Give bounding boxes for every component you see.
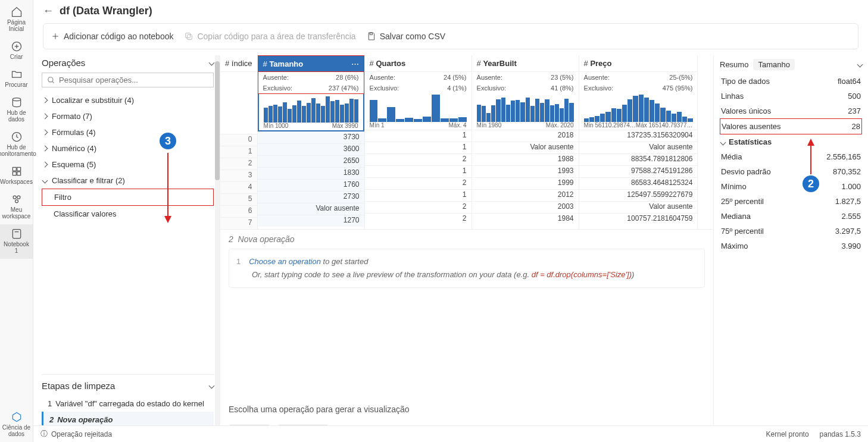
more-icon[interactable]: ⋯: [351, 59, 359, 68]
step-item[interactable]: 1Variável "df" carregada do estado do ke…: [42, 396, 214, 412]
cell[interactable]: 2018: [472, 130, 579, 142]
cell[interactable]: Valor ausente: [258, 203, 364, 215]
stats-heading[interactable]: Estatísticas: [720, 134, 862, 149]
cell[interactable]: 3730: [258, 131, 364, 143]
nav-folder[interactable]: Procurar: [0, 65, 33, 93]
nav-db[interactable]: Hub de dados: [0, 93, 33, 127]
cell[interactable]: 97588.2745191286: [579, 165, 698, 177]
nav-home[interactable]: Página Inicial: [0, 2, 33, 37]
cell[interactable]: Valor ausente: [579, 142, 698, 153]
op-group-open[interactable]: Classificar e filtrar (2): [42, 173, 214, 189]
cell[interactable]: 1: [220, 146, 257, 158]
search-input[interactable]: [59, 76, 208, 84]
cell[interactable]: 1270: [258, 215, 364, 227]
cell[interactable]: 1: [365, 142, 472, 153]
steps-heading[interactable]: Etapas de limpeza: [42, 378, 214, 396]
op-group[interactable]: Fórmulas (4): [42, 124, 214, 140]
cell[interactable]: 0: [220, 134, 257, 146]
chevron-right-icon: [42, 98, 48, 104]
chevron-down-icon: [209, 383, 215, 389]
save-csv-label: Salvar como CSV: [380, 32, 445, 41]
cell[interactable]: 2003: [472, 201, 579, 213]
nav-monitor[interactable]: Hub de monitoramento: [0, 127, 33, 162]
back-icon[interactable]: ←: [43, 5, 54, 17]
summary-row: Linhas500: [720, 89, 862, 104]
cell[interactable]: 1984: [472, 213, 579, 225]
cell[interactable]: 1988: [472, 153, 579, 165]
nav-myws[interactable]: Meu workspace: [0, 190, 33, 224]
copy-code-label: Copiar código para a área de transferênc…: [197, 32, 355, 41]
nav-ws[interactable]: Workspaces: [0, 162, 33, 190]
svg-rect-6: [17, 167, 20, 171]
code-editor[interactable]: 1Choose an operation to get started Or, …: [229, 249, 705, 288]
cell[interactable]: 1993: [472, 165, 579, 177]
cell[interactable]: 2650: [258, 155, 364, 167]
cell[interactable]: 6: [220, 205, 257, 217]
stats-row: Mediana2.555: [720, 209, 862, 224]
ops-heading-text: Operações: [42, 58, 85, 68]
svg-point-3: [13, 98, 20, 101]
save-csv-button[interactable]: Salvar como CSV: [367, 32, 445, 41]
cell[interactable]: 125497.5599227679: [579, 189, 698, 201]
column-price[interactable]: # PreçoAusente:25-(5%)Exclusivo:475 (95%…: [579, 55, 698, 229]
column-header[interactable]: # Tamanho⋯: [258, 55, 364, 72]
cell[interactable]: 7: [220, 217, 257, 229]
cell[interactable]: Valor ausente: [579, 201, 698, 213]
add-code-button[interactable]: Adicionar código ao notebook: [51, 32, 173, 41]
body: Operações Localizar e substituir (4)Form…: [33, 49, 868, 442]
cell[interactable]: 2: [365, 213, 472, 225]
cell[interactable]: 1: [365, 165, 472, 177]
column-year[interactable]: # YearBuiltAusente:23 (5%)Exclusivo:41 (…: [472, 55, 579, 229]
cell[interactable]: 4: [220, 181, 257, 193]
summary-column-tag: Tamanho: [753, 59, 794, 70]
column-size[interactable]: # Tamanho⋯Ausente:28 (6%)Exclusivo:237 (…: [258, 55, 365, 229]
cell[interactable]: 2: [365, 201, 472, 213]
op-group[interactable]: Esquema (5): [42, 156, 214, 173]
chevron-down-icon: [42, 178, 48, 184]
cell[interactable]: 2: [220, 158, 257, 170]
operations-heading[interactable]: Operações: [42, 55, 214, 73]
summary-title: Resumo: [720, 60, 748, 69]
column-rooms[interactable]: # QuartosAusente:24 (5%)Exclusivo:4 (1%)…: [365, 55, 472, 229]
summary-heading[interactable]: Resumo Tamanho: [720, 59, 862, 74]
op-sub-item[interactable]: Filtro: [42, 189, 214, 206]
cell[interactable]: 2730: [258, 191, 364, 203]
cell[interactable]: 1: [365, 189, 472, 201]
cell[interactable]: 2: [365, 153, 472, 165]
op-sub-item[interactable]: Classificar valores: [42, 206, 214, 222]
cell[interactable]: 2: [365, 177, 472, 189]
cell[interactable]: 3: [220, 170, 257, 181]
nav-nb[interactable]: Notebook 1: [0, 224, 33, 259]
scrollbar[interactable]: [215, 55, 220, 442]
sparkline: [472, 93, 579, 122]
cell[interactable]: 5: [220, 193, 257, 205]
cell[interactable]: 1999: [472, 177, 579, 189]
annotation-3: 3: [158, 131, 177, 151]
op-group[interactable]: Formato (7): [42, 108, 214, 124]
nav-plus[interactable]: Criar: [0, 37, 33, 65]
cell[interactable]: 3600: [258, 143, 364, 155]
column-header[interactable]: # Preço: [579, 55, 698, 72]
cell[interactable]: 1: [365, 130, 472, 142]
cell[interactable]: 2012: [472, 189, 579, 201]
cell[interactable]: Valor ausente: [472, 142, 579, 153]
toolbar: Adicionar código ao notebook Copiar códi…: [43, 23, 858, 49]
search-operations[interactable]: [42, 73, 214, 87]
cell[interactable]: 1760: [258, 179, 364, 191]
op-group[interactable]: Localizar e substituir (4): [42, 92, 214, 108]
column-header[interactable]: # Quartos: [365, 55, 472, 72]
column-idx[interactable]: # índice01234567: [220, 55, 258, 229]
cell[interactable]: 86583.4648125324: [579, 177, 698, 189]
cell[interactable]: 100757.2181604759: [579, 213, 698, 225]
cell[interactable]: 88354.7891812806: [579, 153, 698, 165]
nav-data-science[interactable]: Ciência de dados: [0, 407, 33, 442]
chevron-right-icon: [42, 162, 48, 168]
column-header[interactable]: # YearBuilt: [472, 55, 579, 72]
annotation-2-arrow: [810, 143, 811, 174]
cell[interactable]: 137235.3156320904: [579, 130, 698, 142]
column-header[interactable]: # índice: [220, 55, 257, 72]
data-grid[interactable]: # índice01234567# Tamanho⋯Ausente:28 (6%…: [220, 55, 713, 230]
copy-code-button[interactable]: Copiar código para a área de transferênc…: [184, 32, 355, 41]
cell[interactable]: 1830: [258, 167, 364, 179]
op-group[interactable]: Numérico (4): [42, 140, 214, 156]
